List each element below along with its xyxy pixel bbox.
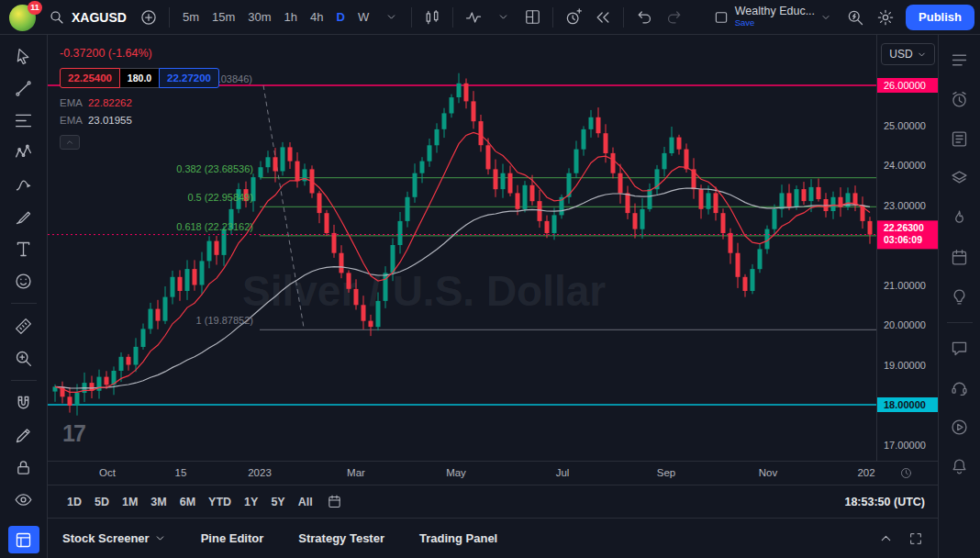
- prediction-icon[interactable]: [8, 171, 39, 198]
- timezone-clock-icon[interactable]: [899, 466, 913, 480]
- symbol-search-button[interactable]: XAGUSD: [42, 4, 133, 31]
- object-tree-icon[interactable]: [8, 526, 39, 553]
- ema-legend-1[interactable]: EMA 22.82262: [60, 97, 219, 108]
- panel-tab-trading-panel[interactable]: Trading Panel: [419, 531, 497, 545]
- undo-icon[interactable]: [630, 4, 658, 31]
- timeframe-w[interactable]: W: [351, 5, 375, 30]
- panel-tab-pine-editor[interactable]: Pine Editor: [201, 531, 264, 545]
- time-axis[interactable]: Oct152023MarMayJulSepNov202: [48, 461, 938, 485]
- ema-legend-2[interactable]: EMA 23.01955: [60, 115, 219, 126]
- top-toolbar: 11 XAGUSD 5m15m30m1h4hDW Wealthy Educ...…: [0, 0, 980, 35]
- notification-badge: 11: [28, 1, 42, 15]
- panel-tab-stock-screener[interactable]: Stock Screener: [62, 531, 166, 545]
- layout-name-block: Wealthy Educ... Save: [735, 6, 815, 28]
- chart-legend: -0.37200 (-1.64%) 22.25400 180.0 22.2720…: [60, 47, 219, 150]
- range-1y[interactable]: 1Y: [238, 493, 264, 511]
- chat-icon[interactable]: [943, 332, 976, 363]
- range-5y[interactable]: 5Y: [264, 493, 291, 511]
- chart-column: Silver / U.S. Dollar 17 0 (26.03846) -0.…: [48, 35, 938, 558]
- brush-icon[interactable]: [8, 203, 39, 230]
- timeframe-menu-chevron-icon[interactable]: [377, 4, 405, 31]
- emoji-icon[interactable]: [8, 267, 39, 295]
- account-avatar[interactable]: 11: [6, 2, 40, 33]
- cursor-icon[interactable]: [8, 42, 39, 70]
- layout-selector[interactable]: Wealthy Educ... Save: [706, 3, 839, 32]
- open-panel-chevron-icon[interactable]: [878, 530, 894, 546]
- range-5d[interactable]: 5D: [88, 493, 116, 511]
- publish-button[interactable]: Publish: [906, 5, 974, 30]
- range-toolbar: 1D5D1M3M6MYTD1Y5YAll 18:53:50 (UTC): [48, 485, 938, 518]
- chart-pane: Silver / U.S. Dollar 17 0 (26.03846) -0.…: [48, 35, 938, 461]
- save-link[interactable]: Save: [735, 18, 815, 28]
- toolbar-divider: [947, 322, 973, 323]
- timeframe-4h[interactable]: 4h: [304, 5, 329, 30]
- timeframe-30m[interactable]: 30m: [241, 5, 277, 30]
- range-ytd[interactable]: YTD: [202, 493, 238, 511]
- maximize-panel-icon[interactable]: [908, 531, 923, 546]
- quick-search-icon[interactable]: [841, 4, 869, 31]
- panel-tab-strategy-tester[interactable]: Strategy Tester: [298, 531, 384, 545]
- play-icon[interactable]: [943, 411, 976, 442]
- go-to-date-icon[interactable]: [327, 494, 342, 509]
- range-all[interactable]: All: [292, 493, 319, 511]
- create-alert-icon[interactable]: [560, 4, 587, 31]
- support-icon[interactable]: [943, 372, 976, 403]
- range-3m[interactable]: 3M: [144, 493, 173, 511]
- currency-select[interactable]: USD: [881, 43, 935, 65]
- text-icon[interactable]: [8, 235, 39, 262]
- bar-countdown: 03:06:09: [884, 235, 938, 248]
- settings-gear-icon[interactable]: [872, 4, 899, 31]
- eye-icon[interactable]: [8, 485, 39, 513]
- watchlist-icon[interactable]: [943, 44, 976, 75]
- tradingview-logo[interactable]: 17: [62, 420, 84, 447]
- hotlist-icon[interactable]: [943, 202, 976, 233]
- trend-line-icon[interactable]: [8, 74, 39, 102]
- collapse-legend-button[interactable]: [60, 135, 80, 150]
- workspace: Silver / U.S. Dollar 17 0 (26.03846) -0.…: [0, 35, 980, 558]
- timeframe-5m[interactable]: 5m: [176, 5, 206, 30]
- redo-icon[interactable]: [660, 4, 687, 31]
- price-change-text: -0.37200 (-1.64%): [60, 47, 219, 60]
- lock-icon[interactable]: [8, 453, 39, 481]
- time-axis-label: Oct: [99, 467, 116, 478]
- xabcd-pattern-icon[interactable]: [8, 139, 39, 166]
- zoom-in-icon[interactable]: [8, 344, 39, 372]
- symbol-name: XAGUSD: [72, 10, 127, 25]
- calendar-icon[interactable]: [943, 241, 976, 273]
- indicators-chevron-icon[interactable]: [489, 4, 517, 31]
- bell-icon[interactable]: [943, 451, 976, 482]
- range-1m[interactable]: 1M: [116, 493, 144, 511]
- toolbar-right-group: Wealthy Educ... Save Publish: [706, 3, 974, 32]
- price-scale[interactable]: USD 22.26300 03:06:09 26.0000025.0000024…: [876, 35, 938, 461]
- sell-button[interactable]: 22.25400: [60, 68, 120, 88]
- range-6m[interactable]: 6M: [173, 493, 202, 511]
- edit-icon[interactable]: [8, 421, 39, 449]
- spread-box: 180.0: [120, 68, 159, 88]
- bar-replay-icon[interactable]: [589, 4, 617, 31]
- alerts-icon[interactable]: [943, 84, 976, 115]
- measure-icon[interactable]: [8, 312, 39, 340]
- layout-grid-icon[interactable]: [518, 4, 546, 31]
- indicators-icon[interactable]: [460, 4, 487, 31]
- buy-button[interactable]: 22.27200: [159, 68, 219, 88]
- chart-style-icon[interactable]: [418, 4, 446, 31]
- timeframe-1h[interactable]: 1h: [278, 5, 304, 30]
- fib-retracement-icon[interactable]: [8, 106, 39, 134]
- current-price-badge: 22.26300 03:06:09: [877, 220, 938, 249]
- panel-tab-label: Pine Editor: [201, 531, 264, 545]
- chevron-down-icon: [917, 50, 927, 60]
- compare-add-icon[interactable]: [135, 4, 162, 31]
- range-1d[interactable]: 1D: [61, 493, 88, 511]
- toolbar-divider: [623, 7, 624, 28]
- toolbar-divider: [411, 7, 412, 28]
- magnet-icon[interactable]: [8, 389, 39, 417]
- buy-sell-widget: 22.25400 180.0 22.27200: [60, 68, 219, 88]
- layers-icon[interactable]: [943, 162, 976, 194]
- ideas-icon[interactable]: [943, 281, 976, 312]
- chevron-down-icon: [820, 12, 831, 23]
- timeframe-d[interactable]: D: [330, 5, 351, 30]
- timeframe-15m[interactable]: 15m: [206, 5, 241, 30]
- time-axis-label: May: [446, 467, 466, 478]
- news-icon[interactable]: [943, 123, 976, 154]
- ema-label: EMA: [60, 97, 83, 108]
